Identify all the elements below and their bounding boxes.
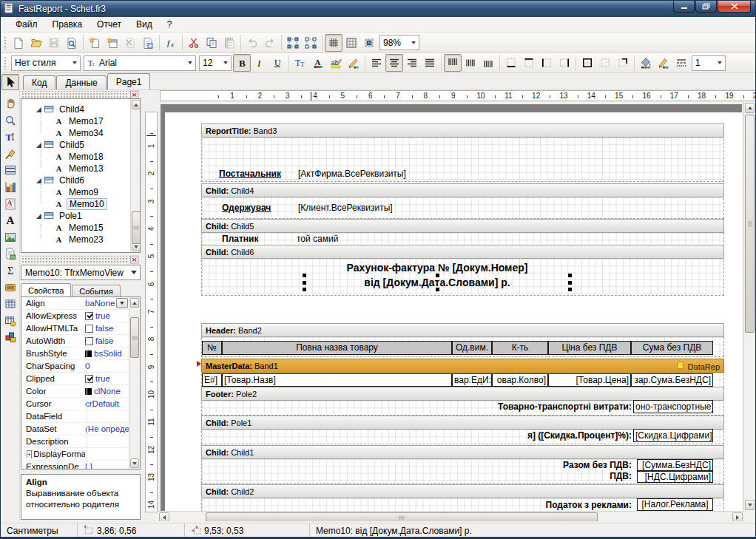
- tab-Page1[interactable]: Page1: [107, 73, 151, 89]
- zoom-combo[interactable]: 98%: [379, 35, 419, 50]
- inspector-panel-close-icon[interactable]: [129, 255, 140, 265]
- property-row-BrushStyle[interactable]: BrushStylebsSolid: [21, 348, 129, 360]
- scroll-thumb[interactable]: [130, 317, 139, 358]
- vertical-scrollbar[interactable]: [743, 102, 755, 511]
- selection-handle[interactable]: [303, 274, 306, 277]
- selection-handle[interactable]: [568, 288, 572, 291]
- font-combo[interactable]: TrArial: [84, 55, 196, 71]
- insert-band-tool-button[interactable]: [1, 162, 19, 178]
- insert-picture-tool-button[interactable]: [1, 229, 19, 245]
- memo-object[interactable]: вар.ЕдИ:: [452, 373, 492, 387]
- tree-node-Memo13[interactable]: AMemo13: [54, 163, 106, 174]
- property-row-AutoWidth[interactable]: AutoWidthfalse: [21, 335, 129, 348]
- memo-object[interactable]: [НДС.Цифрами]: [637, 471, 713, 483]
- zoom-tool-button[interactable]: [1, 112, 19, 129]
- tree-node-Memo18[interactable]: AMemo18: [54, 151, 106, 163]
- scroll-down-button[interactable]: [130, 458, 139, 468]
- memo-object[interactable]: №: [202, 341, 222, 355]
- property-row-DataField[interactable]: DataField: [21, 410, 129, 423]
- property-value[interactable]: [,]: [85, 462, 129, 469]
- tree-node-Pole1[interactable]: Pole1: [36, 210, 84, 222]
- ungroup-button[interactable]: [302, 34, 320, 52]
- property-row-CharSpacing[interactable]: CharSpacing0: [21, 360, 129, 373]
- expand-triangle-icon[interactable]: [36, 107, 41, 112]
- insert-crosstab-tool-button[interactable]: [1, 296, 19, 312]
- format-copy-tool-button[interactable]: [1, 146, 19, 162]
- memo-object[interactable]: той самий: [297, 233, 359, 245]
- memo-object[interactable]: Ціна без ПДВ: [548, 341, 631, 355]
- conditional-format-button[interactable]: [345, 54, 362, 72]
- property-value[interactable]: crDefault: [85, 399, 129, 408]
- inspector-tab-Свойства[interactable]: Свойства: [21, 283, 71, 296]
- scroll-thumb[interactable]: [745, 115, 755, 333]
- menu-item-Правка[interactable]: Правка: [45, 18, 90, 31]
- property-row-Description[interactable]: Description: [21, 435, 129, 448]
- inspector-object-combo[interactable]: Memo10: TfrxMemoView: [21, 265, 141, 280]
- tab-Код[interactable]: Код: [23, 75, 55, 89]
- scroll-up-button[interactable]: [745, 103, 755, 113]
- band-header[interactable]: Child:Child5: [201, 219, 724, 233]
- border-bottom-button[interactable]: [502, 54, 520, 72]
- scroll-up-button[interactable]: [132, 100, 141, 109]
- memo-object[interactable]: Е#]: [202, 373, 222, 387]
- band-header[interactable]: Footer:Pole2: [201, 387, 724, 401]
- memo-object[interactable]: [Товар.Назв]: [222, 373, 452, 387]
- tab-Данные[interactable]: Данные: [56, 75, 106, 89]
- group-button[interactable]: [284, 34, 302, 52]
- band-header[interactable]: Child:Child2: [201, 484, 724, 498]
- scroll-right-button[interactable]: [732, 512, 743, 521]
- align-left-button[interactable]: [368, 54, 385, 72]
- selection-handle[interactable]: [303, 281, 306, 285]
- tree-node-Memo23[interactable]: AMemo23: [54, 234, 106, 245]
- band-header[interactable]: ReportTitle:Band3: [201, 123, 724, 138]
- memo-object[interactable]: Постачальник: [219, 168, 295, 180]
- memo-object[interactable]: ПДВ:: [516, 471, 632, 481]
- memo-object[interactable]: Од.вим.: [452, 341, 492, 355]
- expand-triangle-icon[interactable]: [36, 178, 41, 183]
- minimize-button[interactable]: [673, 1, 695, 13]
- memo-object[interactable]: Платник: [222, 233, 291, 245]
- tree-node-Child5[interactable]: Child5: [36, 139, 87, 151]
- highlight-button[interactable]: ab: [327, 54, 345, 72]
- frame-editor-button[interactable]: [614, 54, 632, 72]
- valign-bottom-button[interactable]: [479, 54, 497, 72]
- band-header[interactable]: Header:Band2: [201, 323, 724, 337]
- line-color-button[interactable]: [655, 54, 672, 72]
- band-header[interactable]: Child:Child6: [201, 245, 724, 259]
- property-value[interactable]: true: [85, 374, 129, 383]
- property-value[interactable]: true: [85, 311, 129, 320]
- cut-button[interactable]: [185, 34, 203, 52]
- valign-center-button[interactable]: [462, 54, 479, 72]
- tree-node-Memo9[interactable]: AMemo9: [54, 186, 101, 198]
- insert-db-crosstab-tool-button[interactable]: [1, 313, 19, 329]
- scroll-up-button[interactable]: [130, 298, 139, 308]
- italic-button[interactable]: I: [251, 54, 269, 72]
- property-value[interactable]: false: [85, 336, 129, 345]
- preview-button[interactable]: [63, 34, 81, 52]
- memo-object[interactable]: Товарно-транспортні витрати:: [413, 401, 632, 413]
- copy-button[interactable]: [203, 34, 220, 52]
- scroll-down-button[interactable]: [745, 500, 755, 510]
- menu-item-Отчет[interactable]: Отчет: [90, 18, 129, 31]
- insert-text-tool-button[interactable]: A: [1, 212, 19, 228]
- memo-object[interactable]: овар.Колво]: [492, 373, 548, 387]
- property-dropdown-button[interactable]: [116, 298, 128, 308]
- menu-item-Вид[interactable]: Вид: [129, 18, 160, 31]
- scroll-thumb[interactable]: [132, 211, 141, 244]
- line-width-combo[interactable]: 1: [692, 55, 726, 71]
- border-top-button[interactable]: [520, 54, 538, 72]
- property-value[interactable]: (Не определ: [85, 424, 129, 433]
- font-size-combo[interactable]: 12: [199, 55, 232, 71]
- tree-node-Memo15[interactable]: AMemo15: [54, 222, 106, 234]
- insert-richtext-tool-button[interactable]: A: [1, 196, 19, 212]
- selection-handle[interactable]: [436, 288, 439, 291]
- menu-item-?[interactable]: ?: [160, 18, 180, 31]
- hand-tool-button[interactable]: [1, 95, 19, 112]
- memo-object[interactable]: Рахунок-фактура № [Докум.Номер]: [304, 260, 570, 275]
- tree-node-Child6[interactable]: Child6: [36, 174, 87, 186]
- memo-object[interactable]: [Налог.Реклама]: [637, 498, 713, 511]
- align-center-button[interactable]: [385, 54, 403, 72]
- style-combo[interactable]: Нет стиля: [11, 55, 81, 71]
- fit-to-grid-button[interactable]: [360, 34, 378, 52]
- insert-barcode-tool-button[interactable]: [1, 279, 19, 296]
